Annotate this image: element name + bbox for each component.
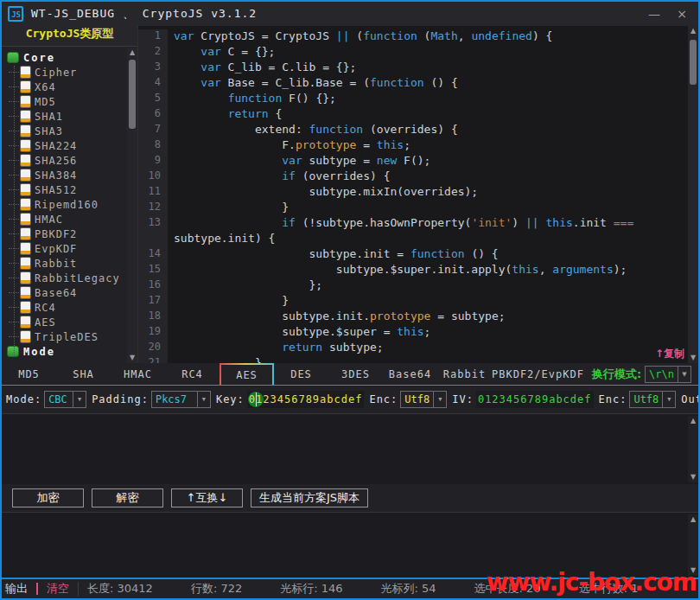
tree-item-sha1[interactable]: SHA1 <box>2 109 137 124</box>
chevron-down-icon[interactable]: ▼ <box>73 392 86 407</box>
code-line: 9 var subtype = new F(); <box>138 154 698 169</box>
main-body: CryptoJS类原型 CoreCipherX64MD5SHA1SHA3SHA2… <box>2 26 698 363</box>
tree-item-label: SHA3 <box>35 125 63 137</box>
chevron-down-icon[interactable]: ▼ <box>662 392 675 407</box>
mode-select[interactable]: CBC ▼ <box>44 391 86 408</box>
tree-item-core[interactable]: Core <box>2 50 137 65</box>
tab-pbkdf2-evpkdf[interactable]: PBKDF2/EvpKDF <box>492 363 584 385</box>
tree-item-label: Ripemd160 <box>35 199 99 211</box>
input-scrollbar[interactable]: ▲ ▼ <box>688 416 698 482</box>
key-label: Key: <box>216 393 245 405</box>
code-editor[interactable]: 1var CryptoJS = CryptoJS || (function (M… <box>138 26 698 363</box>
js-file-icon <box>21 111 30 122</box>
scroll-down-icon[interactable]: ▼ <box>688 353 698 363</box>
enc2-label: Enc: <box>599 393 627 405</box>
tree-item-label: Rabbit <box>35 258 77 270</box>
tab-aes[interactable]: AES <box>220 363 274 385</box>
tab-hmac[interactable]: HMAC <box>111 363 165 385</box>
tab-base64[interactable]: Base64 <box>383 363 437 385</box>
key-enc-select[interactable]: Utf8 ▼ <box>400 391 447 408</box>
enc1-label: Enc: <box>369 393 398 405</box>
key-input[interactable]: 0123456789abcdef <box>247 391 365 408</box>
tab-sha[interactable]: SHA <box>56 363 111 385</box>
tree-item-sha3[interactable]: SHA3 <box>2 124 137 138</box>
code-line: subtype.init) { <box>138 232 698 247</box>
wrap-mode-value: \r\n <box>646 368 678 380</box>
tree-item-cipher[interactable]: Cipher <box>2 65 137 80</box>
tree-item-mode[interactable]: Mode <box>2 344 137 359</box>
encrypt-button[interactable]: 加密 <box>12 488 84 507</box>
generate-script-button[interactable]: 生成当前方案JS脚本 <box>251 488 368 507</box>
scroll-up-icon[interactable]: ▲ <box>688 26 698 36</box>
title-bar[interactable]: JS WT-JS_DEBUG 、 CryptoJS v3.1.2 — × <box>2 2 698 26</box>
tree-item-evpkdf[interactable]: EvpKDF <box>2 241 137 256</box>
swap-button[interactable]: ↑互换↓ <box>171 488 243 507</box>
tree-item-label: Cipher <box>35 67 77 79</box>
tree-item-label: RabbitLegacy <box>35 272 120 284</box>
wrap-mode-label: 换行模式: <box>592 367 641 382</box>
chevron-down-icon[interactable]: ▼ <box>433 392 446 407</box>
scroll-thumb[interactable] <box>129 60 136 129</box>
tree-item-sha512[interactable]: SHA512 <box>2 182 137 197</box>
tab-des[interactable]: DES <box>274 363 328 385</box>
decrypt-button[interactable]: 解密 <box>92 488 163 507</box>
padding-select[interactable]: Pkcs7 ▼ <box>151 391 211 408</box>
tree-item-sha256[interactable]: SHA256 <box>2 153 137 168</box>
clear-button[interactable]: 清空 <box>47 581 69 597</box>
folder-icon <box>7 346 19 357</box>
tab-3des[interactable]: 3DES <box>328 363 383 385</box>
chevron-down-icon[interactable]: ▼ <box>678 367 690 382</box>
sidebar-scrollbar[interactable]: ▲ ▼ <box>127 48 137 363</box>
tree-item-rabbit[interactable]: Rabbit <box>2 256 137 271</box>
close-button[interactable]: × <box>667 2 697 26</box>
tree-item-base64[interactable]: Base64 <box>2 285 137 300</box>
tab-rc4[interactable]: RC4 <box>165 363 220 385</box>
editor-scrollbar[interactable]: ▲ ▼ <box>688 26 698 363</box>
tree-item-tripledes[interactable]: TripleDES <box>2 329 137 344</box>
js-file-icon <box>21 287 30 298</box>
tree-item-label: RC4 <box>35 302 56 314</box>
tree-item-hmac[interactable]: HMAC <box>2 212 137 227</box>
code-line: 5 function F() {}; <box>138 92 698 107</box>
input-textarea[interactable]: ▲ ▼ <box>2 413 698 484</box>
js-file-icon <box>21 199 30 210</box>
tree-item-x64[interactable]: X64 <box>2 80 137 94</box>
iv-input[interactable]: 0123456789abcdef <box>476 391 594 408</box>
scroll-down-icon[interactable]: ▼ <box>688 472 698 482</box>
folder-icon <box>7 52 19 63</box>
chevron-down-icon[interactable]: ▼ <box>197 392 210 407</box>
scroll-thumb[interactable] <box>690 40 697 85</box>
js-file-icon <box>21 228 30 239</box>
iv-enc-select[interactable]: Utf8 ▼ <box>629 391 676 408</box>
wrap-mode-select[interactable]: \r\n▼ <box>645 366 691 383</box>
code-line: 3 var C_lib = C.lib = {}; <box>138 61 698 76</box>
tree-item-sha384[interactable]: SHA384 <box>2 168 137 182</box>
tree-item-md5[interactable]: MD5 <box>2 94 137 109</box>
js-file-icon <box>21 214 30 225</box>
tree-item-sha224[interactable]: SHA224 <box>2 138 137 153</box>
scroll-up-icon[interactable]: ▲ <box>688 514 698 525</box>
copy-label[interactable]: ↑复制 <box>655 347 684 361</box>
tree-item-label: EvpKDF <box>35 243 77 255</box>
tree-item-label: PBKDF2 <box>35 228 77 240</box>
scroll-up-icon[interactable]: ▲ <box>688 416 698 426</box>
output-scrollbar[interactable]: ▲ ▼ <box>688 514 698 576</box>
scroll-down-icon[interactable]: ▼ <box>127 353 137 363</box>
tree-item-label: Base64 <box>35 287 77 299</box>
code-line: 17 } <box>138 294 698 310</box>
tree-item-rabbitlegacy[interactable]: RabbitLegacy <box>2 271 137 285</box>
wrap-mode-group: 换行模式:\r\n▼ <box>592 363 698 385</box>
code-line: 21 }, <box>138 356 698 363</box>
code-line: 14 subtype.init = function () { <box>138 247 698 263</box>
tree-item-rc4[interactable]: RC4 <box>2 300 137 315</box>
scroll-up-icon[interactable]: ▲ <box>127 48 137 58</box>
minimize-button[interactable]: — <box>640 2 669 26</box>
tree-item-label: AES <box>35 316 56 329</box>
code-line: 6 return { <box>138 107 698 123</box>
window-title: WT-JS_DEBUG 、 CryptoJS v3.1.2 <box>31 6 257 22</box>
tree-item-pbkdf2[interactable]: PBKDF2 <box>2 227 137 241</box>
tab-rabbit[interactable]: Rabbit <box>437 363 492 385</box>
tree-item-ripemd160[interactable]: Ripemd160 <box>2 197 137 212</box>
tree-item-aes[interactable]: AES <box>2 315 137 329</box>
tab-md5[interactable]: MD5 <box>2 363 56 385</box>
